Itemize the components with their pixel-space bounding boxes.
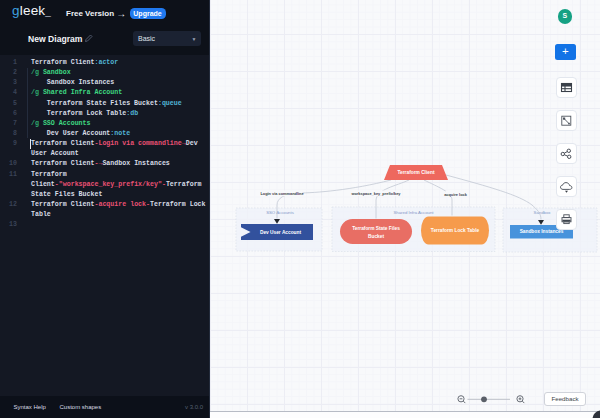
svg-text:workspace_key_prefix/key: workspace_key_prefix/key: [350, 191, 401, 196]
svg-text:Terraform State Files: Terraform State Files: [352, 226, 400, 231]
svg-text:Shared Infra Account: Shared Infra Account: [393, 210, 434, 215]
svg-text:SSO Accounts: SSO Accounts: [266, 210, 294, 215]
svg-text:Terraform Client: Terraform Client: [398, 170, 435, 175]
svg-text:acquire lock: acquire lock: [444, 192, 468, 197]
svg-text:Bucket: Bucket: [368, 234, 384, 239]
svg-text:Terraform Lock Table: Terraform Lock Table: [431, 228, 480, 233]
svg-text:Login via commandline: Login via commandline: [260, 191, 304, 196]
svg-text:Dev User Account: Dev User Account: [260, 230, 302, 235]
svg-text:Sandbox Instances: Sandbox Instances: [520, 229, 564, 234]
svg-text:Sandbox: Sandbox: [534, 210, 552, 215]
